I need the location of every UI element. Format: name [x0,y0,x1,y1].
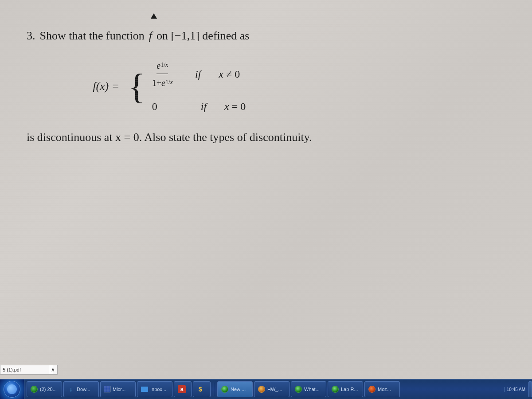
start-orb-inner [7,384,17,394]
condition-if-2: if [201,98,207,115]
globe-icon [31,386,38,393]
case-row-1: e1/x 1+e1/x if x ≠ 0 [152,59,246,90]
mail-icon [141,387,148,392]
condition-val-1: x ≠ 0 [219,66,240,82]
arrow-icon: ∧ [51,367,55,373]
globe-icon3 [258,386,265,393]
problem-statement: 3. Show that the function f on [−1,1] de… [27,27,312,45]
taskbar-item-dollar[interactable]: $ [193,381,211,397]
download-icon: ↓ [67,386,74,393]
cases-list: e1/x 1+e1/x if x ≠ 0 0 [152,59,246,115]
case-2-value: 0 [152,98,179,115]
problem-intro: Show that the function [40,27,145,45]
taskbar-item-label-11: Moz... [378,387,391,392]
problem-number: 3. [27,27,35,45]
dollar-icon: $ [197,386,204,393]
main-content: 3. Show that the function f on [−1,1] de… [0,0,532,379]
fraction-1: e1/x 1+e1/x [152,59,173,90]
case-row-2: 0 if x = 0 [152,98,246,115]
taskbar-item-lab[interactable]: Lab R... [328,381,363,397]
condition-val-2: x = 0 [224,98,246,115]
condition-if-1: if [195,66,201,82]
taskbar: (2) 20... ↓ Dow... Micr... Inbox... a $ [0,379,532,399]
globe-icon4 [295,386,302,393]
start-orb [4,381,20,398]
taskbar-item-label-1: (2) 20... [40,387,57,392]
taskbar-item-new[interactable]: New ... [217,381,253,397]
taskbar-item-label-10: Lab R... [341,387,358,392]
taskbar-item-label-4: Inbox... [150,387,166,392]
brace-cases: { e1/x 1+e1/x [128,59,246,115]
tray-time: 10:45 AM [507,387,525,392]
grid-icon [104,386,110,392]
fraction-numerator: e1/x [156,59,168,74]
taskbar-item-what[interactable]: What... [291,381,326,397]
conclusion-text: is discontinuous at x = 0. Also state th… [27,128,312,147]
taskbar-item-label-7: New ... [231,387,246,392]
start-button[interactable] [0,379,24,399]
system-tray: 10:45 AM [504,387,528,392]
globe-icon2 [221,386,228,393]
problem-text: 3. Show that the function f on [−1,1] de… [27,27,312,147]
taskbar-item-label-2: Dow... [77,387,90,392]
taskbar-item-label-9: What... [304,387,320,392]
file-arrow[interactable]: ∧ [49,365,58,375]
file-name: 5 (1).pdf [3,367,21,372]
taskbar-item-label-3: Micr... [113,387,125,392]
taskbar-item-label-8: HW_... [267,387,282,392]
taskbar-item-inbox[interactable]: Inbox... [137,381,172,397]
function-definition: f(x) = { e1/x [93,59,246,115]
taskbar-item-moz[interactable]: Moz... [364,381,400,397]
globe-icon5 [332,386,339,393]
file-label: 5 (1).pdf [0,365,53,375]
letter-a-icon: a [178,385,186,393]
taskbar-item-hw[interactable]: HW_... [254,381,289,397]
math-block: f(x) = { e1/x [27,59,312,115]
taskbar-separator-1 [214,383,214,396]
big-brace: { [128,69,145,104]
cursor-arrow [151,13,157,19]
taskbar-item-a[interactable]: a [174,381,192,397]
taskbar-item-micr[interactable]: Micr... [100,381,136,397]
taskbar-items: (2) 20... ↓ Dow... Micr... Inbox... a $ [24,379,504,399]
taskbar-item-chrome1[interactable]: (2) 20... [27,381,62,397]
fx-label: f(x) = [93,77,119,96]
function-var: f [149,27,152,45]
fraction-denominator: 1+e1/x [152,75,173,90]
show-desktop-button[interactable] [528,381,532,397]
on-text: on [−1,1] defined as [156,27,250,45]
tray-clock: 10:45 AM [507,387,525,392]
taskbar-item-download[interactable]: ↓ Dow... [63,381,99,397]
globe-icon6 [368,386,376,393]
